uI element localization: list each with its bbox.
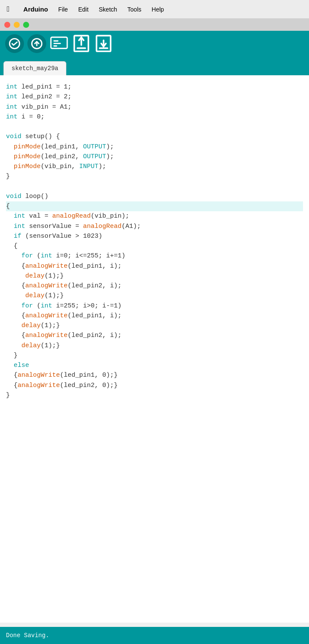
menu-file[interactable]: File [58,6,68,13]
code-line-8: pinMode(led_pin2, OUTPUT); [6,152,303,162]
code-line-3: int vib_pin = A1; [6,102,303,112]
code-line-25: delay(1);} [6,321,303,331]
code-line-16: if (sensorValue > 1023) [6,231,303,241]
serial-monitor-button[interactable] [50,34,68,53]
code-line-12: void loop() [6,192,303,201]
status-text: Done Saving. [6,632,49,639]
code-line-24: {analogWrite(led_pin1, i); [6,311,303,321]
code-line-32: } [6,390,303,400]
code-editor[interactable]: int led_pin1 = 1; int led_pin2 = 2; int … [0,75,309,623]
tab-bar: sketch_may29a [0,56,309,75]
code-line-30: {analogWrite(led_pin1, 0);} [6,370,303,380]
code-line-11 [6,182,303,192]
code-line-9: pinMode(vib_pin, INPUT); [6,162,303,171]
menu-help[interactable]: Help [152,6,164,13]
code-line-19: {analogWrite(led_pin1, i); [6,261,303,271]
code-line-20: delay(1);} [6,271,303,281]
code-line-10: } [6,171,303,181]
menu-bar:  Arduino File Edit Sketch Tools Help [0,0,309,19]
maximize-button[interactable] [23,22,29,28]
code-line-5 [6,122,303,132]
code-line-2: int led_pin2 = 2; [6,92,303,102]
app-name: Arduino [24,6,48,13]
svg-rect-3 [51,37,67,48]
code-line-17: { [6,241,303,251]
tab-sketch[interactable]: sketch_may29a [3,61,66,75]
apple-logo:  [7,5,10,14]
menu-edit[interactable]: Edit [78,6,89,13]
menu-sketch[interactable]: Sketch [99,6,117,13]
upload-button[interactable] [27,34,46,53]
verify-button[interactable] [5,34,24,53]
code-line-22: delay(1);} [6,291,303,301]
code-line-18: for (int i=0; i<=255; i+=1) [6,251,303,261]
code-line-21: {analogWrite(led_pin2, i); [6,281,303,291]
status-bar: Done Saving. [0,627,309,644]
code-line-14: int val = analogRead(vib_pin); [6,211,303,221]
code-line-7: pinMode(led_pin1, OUTPUT); [6,142,303,152]
code-line-1: int led_pin1 = 1; [6,82,303,92]
code-line-4: int i = 0; [6,112,303,122]
code-line-28: } [6,351,303,360]
code-line-6: void setup() { [6,132,303,142]
code-line-23: for (int i=255; i>0; i-=1) [6,301,303,311]
close-button[interactable] [4,22,10,28]
title-bar [0,19,309,31]
download-button[interactable] [94,34,113,53]
menu-tools[interactable]: Tools [128,6,142,13]
code-line-26: {analogWrite(led_pin2, i); [6,331,303,340]
code-line-31: {analogWrite(led_pin2, 0);} [6,381,303,390]
code-line-27: delay(1);} [6,341,303,351]
code-line-13: { [6,201,303,211]
toolbar [0,31,309,56]
code-line-15: int sensorValue = analogRead(A1); [6,222,303,231]
upload-file-button[interactable] [72,34,91,53]
code-line-29: else [6,360,303,370]
minimize-button[interactable] [14,22,20,28]
